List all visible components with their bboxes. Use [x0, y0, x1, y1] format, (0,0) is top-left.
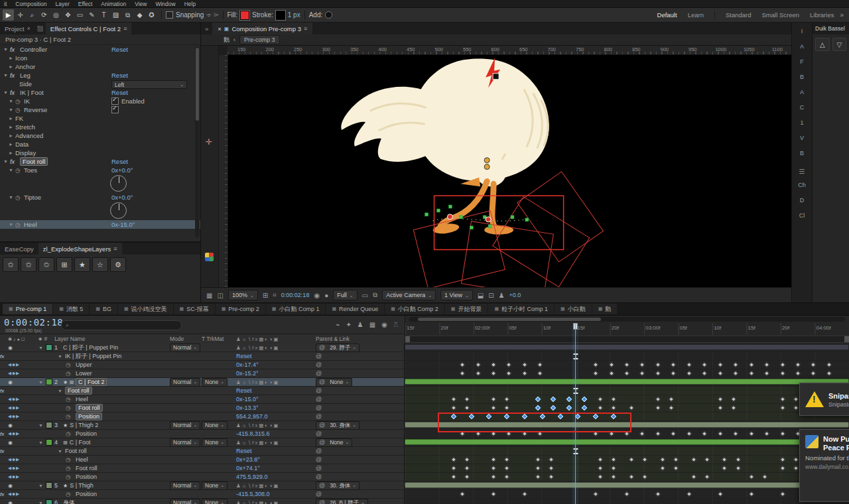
twirl-icon[interactable]: ▼: [38, 483, 44, 488]
keyframe[interactable]: [537, 371, 543, 376]
menu-animation[interactable]: Animation: [101, 1, 126, 7]
work-area-start-handle[interactable]: [405, 336, 410, 342]
layer-name[interactable]: C | Foot 2: [76, 378, 107, 386]
workspace-standard[interactable]: Standard: [726, 11, 751, 19]
property-group-row-foot-roll[interactable]: fx▼Foot rollReset@: [0, 387, 849, 395]
keyframe[interactable]: [639, 362, 645, 367]
pick-whip-icon[interactable]: @: [316, 396, 322, 403]
keyframe[interactable]: [450, 474, 456, 479]
pick-whip-icon[interactable]: @: [316, 353, 322, 359]
keyframe[interactable]: [608, 371, 614, 376]
eye-icon[interactable]: ◉: [8, 500, 13, 504]
layer-name[interactable]: C | Foot: [70, 439, 91, 446]
keyframe[interactable]: [731, 405, 736, 410]
layer-name[interactable]: S | Thigh 2: [70, 422, 98, 428]
angle-dial[interactable]: [110, 175, 127, 192]
keyframe[interactable]: [811, 371, 816, 376]
zoom-tool[interactable]: ⌕: [27, 9, 38, 21]
keyframe-navigator[interactable]: ◀◆▶: [8, 405, 20, 410]
keyframe[interactable]: [722, 466, 727, 471]
snap-option-icon[interactable]: ⌲: [214, 11, 218, 19]
close-icon[interactable]: ×: [218, 25, 222, 32]
menu-view[interactable]: View: [135, 1, 147, 7]
mode-dropdown[interactable]: Normal⌄: [170, 378, 200, 387]
keyframe[interactable]: [704, 457, 709, 462]
group-name[interactable]: IK | 脖子 | Puppet Pin: [65, 352, 121, 361]
property-name[interactable]: Lower: [76, 370, 92, 377]
keyframe[interactable]: [722, 457, 727, 462]
effect-row-stretch[interactable]: ►Stretch: [0, 123, 200, 131]
property-row-position[interactable]: ◀◆▶◷Position475.5,929.0@: [0, 473, 849, 481]
twirl-icon[interactable]: ▼: [9, 99, 15, 103]
twirl-icon[interactable]: ▼: [38, 440, 44, 445]
keyframe[interactable]: [611, 466, 616, 471]
reset-link[interactable]: Reset: [111, 158, 128, 165]
timeline-tab-bg[interactable]: ▦BG: [90, 304, 117, 314]
current-time-display[interactable]: 0:00:02:18: [281, 292, 310, 298]
selection-rectangle[interactable]: [434, 196, 564, 249]
keyframe[interactable]: [598, 474, 603, 479]
twirl-icon[interactable]: ▼: [3, 73, 10, 78]
stopwatch-icon[interactable]: ◷: [15, 107, 24, 113]
reset-link[interactable]: Reset: [111, 89, 128, 96]
keyframe[interactable]: [611, 414, 616, 419]
keyframe[interactable]: [655, 371, 661, 376]
keyframe[interactable]: [669, 405, 674, 410]
keyframe[interactable]: [522, 431, 527, 436]
keyframe-navigator[interactable]: ◀◆▶: [8, 491, 20, 497]
keyframe[interactable]: [539, 414, 545, 419]
keyframe[interactable]: [628, 405, 633, 410]
property-row-foot-roll[interactable]: ◀◆▶◷Foot roll0x+74.1°@: [0, 464, 849, 473]
trkmat-dropdown[interactable]: None⌄: [202, 481, 228, 490]
keyframe[interactable]: [795, 371, 801, 376]
track-property[interactable]: [405, 447, 849, 455]
pick-whip-icon[interactable]: @: [316, 448, 322, 454]
keyframe[interactable]: [535, 405, 541, 410]
menu-effect[interactable]: Effect: [78, 1, 93, 7]
work-area-bar[interactable]: [405, 336, 849, 343]
collapsed-panel-b[interactable]: B: [800, 74, 804, 82]
eye-icon[interactable]: ◉: [8, 379, 13, 385]
effect-row-side[interactable]: SideLeft⌄: [0, 80, 200, 88]
keyframe[interactable]: [659, 466, 665, 471]
script-button-1[interactable]: ✩: [21, 257, 36, 272]
trkmat-dropdown[interactable]: None⌄: [202, 499, 228, 504]
collapsed-panel-ch[interactable]: Ch: [798, 182, 806, 190]
effect-point-icon[interactable]: ✛: [206, 137, 212, 147]
track-property[interactable]: [405, 369, 849, 377]
layer-row-c-foot-2[interactable]: ◉▼2★ ⊞C | Foot 2Normal⌄None⌄♟☼∖fx▦◐◑▣@No…: [0, 378, 849, 387]
twirl-icon[interactable]: ▼: [3, 90, 10, 95]
tab-easecopy[interactable]: EaseCopy: [0, 243, 38, 255]
keyframe[interactable]: [460, 362, 465, 367]
pixel-aspect-icon[interactable]: ⬓: [478, 292, 484, 299]
timeline-search-input[interactable]: ⌕: [61, 320, 182, 330]
layer-row-c-foot[interactable]: ◉▼4⊞C | FootNormal⌄None⌄♟☼∖fx▦◐◑▣@None⌄: [0, 438, 849, 447]
stopwatch-icon[interactable]: ◷: [15, 194, 24, 201]
scrollbar-handle[interactable]: [418, 318, 601, 321]
keyframe[interactable]: [475, 371, 480, 376]
pick-whip-icon[interactable]: @: [316, 465, 322, 472]
timeline-timecode[interactable]: 0:00:02:18: [4, 317, 63, 328]
keyframe[interactable]: [506, 431, 511, 436]
keyframe[interactable]: [491, 397, 496, 402]
pen-tool[interactable]: ✎: [86, 9, 98, 21]
collapsed-panel-cl[interactable]: Cl: [799, 212, 805, 221]
keyframe[interactable]: [504, 397, 509, 402]
keyframe[interactable]: [826, 362, 832, 367]
keyframe[interactable]: [460, 431, 465, 436]
keyframe[interactable]: [624, 362, 629, 367]
layer-duration-bar[interactable]: [405, 379, 849, 385]
effect-row-controller[interactable]: ▼fxControllerReset: [0, 45, 200, 54]
keyframe[interactable]: [628, 457, 633, 462]
type-tool[interactable]: T: [98, 9, 109, 21]
keyframe[interactable]: [779, 457, 785, 462]
keyframe-navigator[interactable]: ◀◆▶: [8, 474, 20, 479]
stopwatch-icon[interactable]: ◷: [66, 465, 74, 472]
ruler-vertical[interactable]: [219, 55, 228, 287]
pan-behind-tool[interactable]: ✥: [62, 9, 74, 21]
timeline-tab-item[interactable]: ▦说小鸡没空美: [118, 304, 173, 314]
keyframe[interactable]: [764, 431, 769, 436]
parent-dropdown[interactable]: @26. B | 脖子⌄: [316, 499, 368, 504]
panel-expand-chevron[interactable]: »: [201, 23, 212, 34]
keyframe[interactable]: [764, 371, 769, 376]
